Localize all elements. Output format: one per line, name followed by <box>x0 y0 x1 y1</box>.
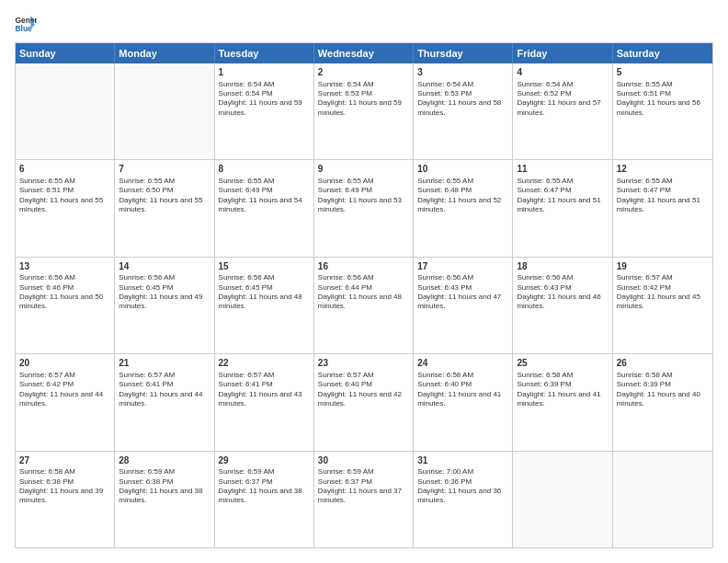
page-header: General Blue <box>15 15 713 33</box>
day-number: 8 <box>219 163 310 176</box>
cell-details: Sunrise: 6:55 AM Sunset: 6:49 PM Dayligh… <box>318 177 409 215</box>
calendar-row: 6Sunrise: 6:55 AM Sunset: 6:51 PM Daylig… <box>16 160 712 257</box>
cell-details: Sunrise: 6:57 AM Sunset: 6:41 PM Dayligh… <box>219 371 310 409</box>
day-number: 4 <box>517 66 608 79</box>
cell-details: Sunrise: 6:58 AM Sunset: 6:39 PM Dayligh… <box>517 371 608 409</box>
day-number: 16 <box>318 260 409 273</box>
day-number: 31 <box>417 454 508 467</box>
day-number: 2 <box>318 66 409 79</box>
cell-details: Sunrise: 6:54 AM Sunset: 6:53 PM Dayligh… <box>417 80 508 119</box>
cell-details: Sunrise: 6:59 AM Sunset: 6:37 PM Dayligh… <box>318 467 409 506</box>
calendar-cell: 29Sunrise: 6:59 AM Sunset: 6:37 PM Dayli… <box>215 452 314 547</box>
calendar-cell: 23Sunrise: 6:57 AM Sunset: 6:40 PM Dayli… <box>314 354 414 450</box>
day-number: 12 <box>617 163 709 176</box>
day-number: 7 <box>119 163 210 176</box>
cell-details: Sunrise: 6:55 AM Sunset: 6:48 PM Dayligh… <box>417 177 508 215</box>
cell-details: Sunrise: 6:55 AM Sunset: 6:50 PM Dayligh… <box>119 177 210 215</box>
calendar-header: SundayMondayTuesdayWednesdayThursdayFrid… <box>16 43 712 63</box>
cell-details: Sunrise: 6:56 AM Sunset: 6:44 PM Dayligh… <box>318 273 409 312</box>
calendar-header-cell: Saturday <box>613 43 712 63</box>
cell-details: Sunrise: 6:55 AM Sunset: 6:51 PM Dayligh… <box>19 177 110 215</box>
cell-details: Sunrise: 6:56 AM Sunset: 6:46 PM Dayligh… <box>19 273 110 312</box>
day-number: 1 <box>219 66 310 79</box>
cell-details: Sunrise: 6:57 AM Sunset: 6:41 PM Dayligh… <box>119 371 210 409</box>
calendar-cell: 6Sunrise: 6:55 AM Sunset: 6:51 PM Daylig… <box>16 160 115 256</box>
cell-details: Sunrise: 6:56 AM Sunset: 6:43 PM Dayligh… <box>417 273 508 312</box>
day-number: 28 <box>119 454 210 467</box>
cell-details: Sunrise: 6:54 AM Sunset: 6:52 PM Dayligh… <box>517 80 608 119</box>
day-number: 30 <box>318 454 409 467</box>
cell-details: Sunrise: 6:56 AM Sunset: 6:43 PM Dayligh… <box>517 273 608 312</box>
calendar-cell: 20Sunrise: 6:57 AM Sunset: 6:42 PM Dayli… <box>16 354 115 450</box>
calendar-cell: 10Sunrise: 6:55 AM Sunset: 6:48 PM Dayli… <box>414 160 513 256</box>
cell-details: Sunrise: 6:55 AM Sunset: 6:51 PM Dayligh… <box>617 80 709 119</box>
day-number: 27 <box>19 454 110 467</box>
calendar-cell: 17Sunrise: 6:56 AM Sunset: 6:43 PM Dayli… <box>414 258 513 353</box>
day-number: 14 <box>119 260 210 273</box>
calendar-cell: 16Sunrise: 6:56 AM Sunset: 6:44 PM Dayli… <box>314 258 414 353</box>
cell-details: Sunrise: 6:58 AM Sunset: 6:40 PM Dayligh… <box>417 371 508 409</box>
calendar-cell: 2Sunrise: 6:54 AM Sunset: 6:53 PM Daylig… <box>314 63 414 159</box>
cell-details: Sunrise: 6:55 AM Sunset: 6:49 PM Dayligh… <box>219 177 310 215</box>
cell-details: Sunrise: 6:56 AM Sunset: 6:45 PM Dayligh… <box>119 273 210 312</box>
calendar-cell <box>513 452 612 547</box>
calendar-header-cell: Sunday <box>16 43 115 63</box>
calendar-cell: 30Sunrise: 6:59 AM Sunset: 6:37 PM Dayli… <box>314 452 414 547</box>
calendar-cell <box>115 63 214 159</box>
calendar-cell: 5Sunrise: 6:55 AM Sunset: 6:51 PM Daylig… <box>613 63 712 159</box>
day-number: 29 <box>219 454 310 467</box>
day-number: 11 <box>517 163 608 176</box>
day-number: 20 <box>19 357 110 370</box>
calendar-cell: 13Sunrise: 6:56 AM Sunset: 6:46 PM Dayli… <box>16 258 115 353</box>
day-number: 19 <box>617 260 709 273</box>
logo-icon: General Blue <box>15 15 37 33</box>
day-number: 23 <box>318 357 409 370</box>
calendar-cell: 19Sunrise: 6:57 AM Sunset: 6:42 PM Dayli… <box>613 258 712 353</box>
calendar-cell <box>16 63 115 159</box>
cell-details: Sunrise: 6:59 AM Sunset: 6:37 PM Dayligh… <box>219 467 310 506</box>
cell-details: Sunrise: 6:54 AM Sunset: 6:54 PM Dayligh… <box>219 80 310 119</box>
cell-details: Sunrise: 6:57 AM Sunset: 6:42 PM Dayligh… <box>617 273 709 312</box>
day-number: 10 <box>417 163 508 176</box>
day-number: 22 <box>219 357 310 370</box>
calendar: SundayMondayTuesdayWednesdayThursdayFrid… <box>15 42 713 548</box>
calendar-cell: 7Sunrise: 6:55 AM Sunset: 6:50 PM Daylig… <box>115 160 214 256</box>
logo: General Blue <box>15 15 42 33</box>
calendar-cell: 31Sunrise: 7:00 AM Sunset: 6:36 PM Dayli… <box>414 452 513 547</box>
calendar-cell: 21Sunrise: 6:57 AM Sunset: 6:41 PM Dayli… <box>115 354 214 450</box>
calendar-cell: 8Sunrise: 6:55 AM Sunset: 6:49 PM Daylig… <box>215 160 314 256</box>
cell-details: Sunrise: 6:54 AM Sunset: 6:53 PM Dayligh… <box>318 80 409 119</box>
calendar-row: 27Sunrise: 6:58 AM Sunset: 6:38 PM Dayli… <box>16 452 712 547</box>
calendar-header-cell: Monday <box>115 43 214 63</box>
calendar-cell: 3Sunrise: 6:54 AM Sunset: 6:53 PM Daylig… <box>414 63 513 159</box>
day-number: 3 <box>417 66 508 79</box>
day-number: 6 <box>19 163 110 176</box>
day-number: 25 <box>517 357 608 370</box>
calendar-cell: 22Sunrise: 6:57 AM Sunset: 6:41 PM Dayli… <box>215 354 314 450</box>
cell-details: Sunrise: 6:55 AM Sunset: 6:47 PM Dayligh… <box>517 177 608 215</box>
calendar-cell: 1Sunrise: 6:54 AM Sunset: 6:54 PM Daylig… <box>215 63 314 159</box>
day-number: 5 <box>617 66 709 79</box>
calendar-cell: 4Sunrise: 6:54 AM Sunset: 6:52 PM Daylig… <box>513 63 612 159</box>
day-number: 9 <box>318 163 409 176</box>
calendar-header-cell: Tuesday <box>215 43 314 63</box>
cell-details: Sunrise: 6:56 AM Sunset: 6:45 PM Dayligh… <box>219 273 310 312</box>
svg-text:Blue: Blue <box>15 24 32 33</box>
day-number: 17 <box>417 260 508 273</box>
calendar-cell: 24Sunrise: 6:58 AM Sunset: 6:40 PM Dayli… <box>414 354 513 450</box>
calendar-cell: 14Sunrise: 6:56 AM Sunset: 6:45 PM Dayli… <box>115 258 214 353</box>
cell-details: Sunrise: 6:55 AM Sunset: 6:47 PM Dayligh… <box>617 177 709 215</box>
cell-details: Sunrise: 7:00 AM Sunset: 6:36 PM Dayligh… <box>417 467 508 506</box>
cell-details: Sunrise: 6:57 AM Sunset: 6:42 PM Dayligh… <box>19 371 110 409</box>
calendar-cell: 15Sunrise: 6:56 AM Sunset: 6:45 PM Dayli… <box>215 258 314 353</box>
cell-details: Sunrise: 6:58 AM Sunset: 6:39 PM Dayligh… <box>617 371 709 409</box>
calendar-cell: 25Sunrise: 6:58 AM Sunset: 6:39 PM Dayli… <box>513 354 612 450</box>
calendar-cell: 9Sunrise: 6:55 AM Sunset: 6:49 PM Daylig… <box>314 160 414 256</box>
day-number: 21 <box>119 357 210 370</box>
calendar-cell: 18Sunrise: 6:56 AM Sunset: 6:43 PM Dayli… <box>513 258 612 353</box>
cell-details: Sunrise: 6:57 AM Sunset: 6:40 PM Dayligh… <box>318 371 409 409</box>
day-number: 13 <box>19 260 110 273</box>
calendar-cell: 11Sunrise: 6:55 AM Sunset: 6:47 PM Dayli… <box>513 160 612 256</box>
calendar-cell: 28Sunrise: 6:59 AM Sunset: 6:38 PM Dayli… <box>115 452 214 547</box>
calendar-header-cell: Friday <box>513 43 612 63</box>
